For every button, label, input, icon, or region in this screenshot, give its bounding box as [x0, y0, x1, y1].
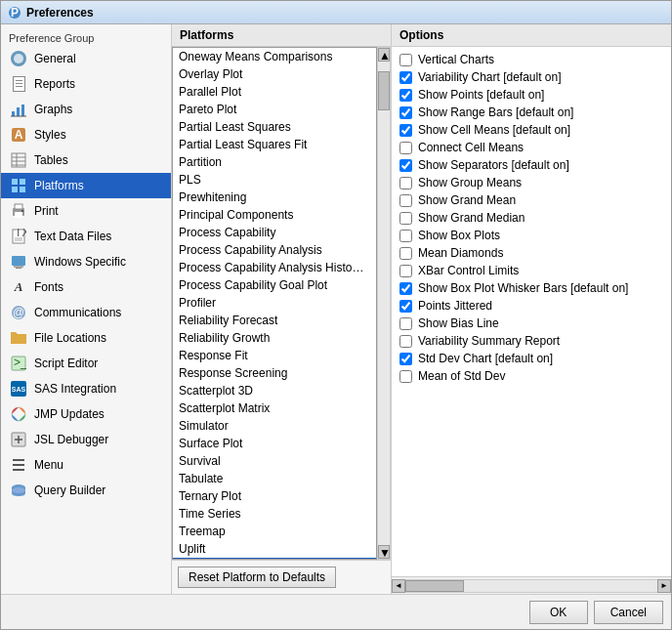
option-checkbox[interactable] [399, 106, 412, 119]
windows-specific-icon [9, 252, 28, 272]
sidebar-label-windows-specific: Windows Specific [34, 255, 126, 269]
scroll-up-arrow[interactable]: ▲ [378, 48, 390, 62]
platform-item[interactable]: Survival [173, 452, 376, 470]
platform-item[interactable]: Principal Components [173, 206, 376, 224]
platform-item[interactable]: Uplift [173, 540, 376, 558]
option-checkbox[interactable] [399, 159, 412, 172]
option-checkbox[interactable] [399, 230, 412, 242]
platform-item[interactable]: Reliability Forecast [173, 312, 376, 329]
platform-item[interactable]: Treemap [173, 523, 376, 540]
option-checkbox[interactable] [399, 142, 412, 154]
option-item: Mean of Std Dev [399, 367, 663, 385]
text-data-files-icon: TXT [9, 227, 28, 246]
option-checkbox[interactable] [399, 71, 412, 84]
option-checkbox[interactable] [399, 335, 412, 348]
option-checkbox[interactable] [399, 317, 412, 330]
reset-platform-button[interactable]: Reset Platform to Defaults [178, 567, 336, 588]
option-label: Std Dev Chart [default on] [418, 352, 553, 365]
sidebar-item-tables[interactable]: Tables [1, 147, 171, 173]
sidebar-item-styles[interactable]: A Styles [1, 122, 171, 147]
sidebar-item-menu[interactable]: Menu [1, 452, 171, 478]
sidebar-item-script-editor[interactable]: >_ Script Editor [1, 351, 171, 376]
sidebar-item-text-data-files[interactable]: TXT Text Data Files [1, 224, 171, 249]
sidebar-item-graphs[interactable]: Graphs [1, 97, 171, 122]
option-checkbox[interactable] [399, 265, 412, 277]
sidebar-item-query-builder[interactable]: Query Builder [1, 478, 171, 503]
hscroll-thumb[interactable] [405, 580, 464, 592]
platform-item[interactable]: Scatterplot Matrix [173, 399, 376, 417]
sidebar-item-fonts[interactable]: A Fonts [1, 274, 171, 300]
platform-item[interactable]: Ternary Plot [173, 487, 376, 505]
option-checkbox[interactable] [399, 353, 412, 365]
option-checkbox[interactable] [399, 370, 412, 383]
platform-item[interactable]: Partial Least Squares Fit [173, 136, 376, 153]
platform-item[interactable]: Profiler [173, 294, 376, 312]
platform-item[interactable]: Partial Least Squares [173, 118, 376, 136]
svg-rect-25 [12, 256, 25, 266]
sidebar-item-jsl-debugger[interactable]: JSL Debugger [1, 427, 171, 452]
hscroll-left[interactable]: ◄ [392, 579, 405, 593]
cancel-button[interactable]: Cancel [594, 601, 663, 624]
sidebar-item-file-locations[interactable]: File Locations [1, 325, 171, 351]
platform-item[interactable]: Oneway Means Comparisons [173, 48, 376, 65]
platform-item[interactable]: Variability Chart [173, 558, 376, 560]
option-item: Show Grand Median [399, 209, 663, 227]
option-label: Show Points [default on] [418, 88, 544, 102]
option-checkbox[interactable] [399, 300, 412, 313]
platform-item[interactable]: Prewhitening [173, 189, 376, 206]
option-checkbox[interactable] [399, 247, 412, 260]
sidebar-item-print[interactable]: Print [1, 198, 171, 224]
option-item: Vertical Charts [399, 51, 663, 68]
svg-rect-4 [21, 105, 24, 116]
option-checkbox[interactable] [399, 194, 412, 207]
sidebar-item-windows-specific[interactable]: Windows Specific [1, 249, 171, 274]
option-label: Points Jittered [418, 299, 492, 313]
platform-item[interactable]: Process Capability Analysis [173, 241, 376, 259]
platform-item[interactable]: Scatterplot 3D [173, 382, 376, 399]
option-checkbox[interactable] [399, 212, 412, 225]
platform-item[interactable]: Process Capability [173, 224, 376, 241]
option-checkbox[interactable] [399, 282, 412, 295]
sidebar-label-jsl-debugger: JSL Debugger [34, 433, 108, 446]
sidebar-header: Preference Group [1, 28, 171, 46]
platform-list[interactable]: Oneway Means ComparisonsOverlay PlotPara… [172, 47, 377, 560]
platform-item[interactable]: Reliability Growth [173, 329, 376, 347]
platform-item[interactable]: Surface Plot [173, 435, 376, 452]
platform-item[interactable]: Parallel Plot [173, 83, 376, 101]
option-label: XBar Control Limits [418, 264, 519, 277]
sidebar-item-platforms[interactable]: Platforms [1, 173, 171, 198]
option-label: Show Box Plot Whisker Bars [default on] [418, 281, 628, 295]
platform-item[interactable]: Response Fit [173, 347, 376, 364]
sidebar-item-jmp-updates[interactable]: JMP Updates [1, 401, 171, 427]
option-checkbox[interactable] [399, 89, 412, 102]
sidebar-item-reports[interactable]: Reports [1, 71, 171, 97]
platform-item[interactable]: Process Capability Goal Plot [173, 276, 376, 294]
platform-item[interactable]: Response Screening [173, 364, 376, 382]
option-checkbox[interactable] [399, 177, 412, 189]
sidebar-label-graphs: Graphs [34, 103, 72, 116]
option-checkbox[interactable] [399, 124, 412, 137]
scroll-down-arrow[interactable]: ▼ [378, 545, 390, 559]
options-list: Vertical ChartsVariability Chart [defaul… [392, 47, 671, 576]
scroll-thumb[interactable] [378, 71, 390, 110]
platform-item[interactable]: PLS [173, 171, 376, 189]
platform-item[interactable]: Tabulate [173, 470, 376, 487]
platform-item[interactable]: Overlay Plot [173, 65, 376, 83]
scrollbar-track[interactable]: ▲ ▼ [377, 47, 391, 560]
sidebar: Preference Group General [1, 24, 172, 594]
sidebar-item-communications[interactable]: @ Communications [1, 300, 171, 325]
sidebar-item-general[interactable]: General [1, 46, 171, 71]
platform-item[interactable]: Process Capability Analysis Histogram [173, 259, 376, 276]
options-section: Options Vertical ChartsVariability Chart… [392, 24, 671, 594]
svg-rect-2 [12, 111, 15, 116]
option-checkbox[interactable] [399, 54, 412, 66]
hscroll-right[interactable]: ► [657, 579, 671, 593]
platform-item[interactable]: Partition [173, 153, 376, 171]
platform-item[interactable]: Pareto Plot [173, 101, 376, 118]
sidebar-item-sas-integration[interactable]: SAS SAS Integration [1, 376, 171, 401]
sidebar-label-script-editor: Script Editor [34, 357, 98, 370]
ok-button[interactable]: OK [529, 601, 588, 624]
option-item: Show Grand Mean [399, 191, 663, 209]
platform-item[interactable]: Simulator [173, 417, 376, 435]
platform-item[interactable]: Time Series [173, 505, 376, 523]
